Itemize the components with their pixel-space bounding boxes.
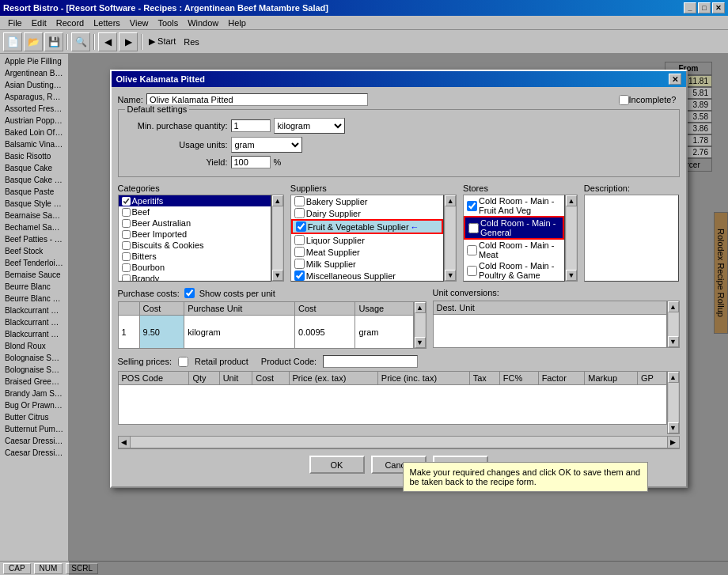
left-panel-item-9[interactable]: Basque Cake bbox=[2, 162, 66, 174]
supplier-item-5[interactable]: Milk Supplier bbox=[291, 258, 443, 270]
pur-scroll-up[interactable]: ▲ bbox=[415, 302, 426, 313]
purchase-cost-value[interactable]: 9.50 bbox=[139, 316, 184, 349]
incomplete-checkbox[interactable] bbox=[619, 95, 629, 105]
store-scroll-down[interactable]: ▼ bbox=[566, 270, 577, 281]
left-panel-item-32[interactable]: Caesar Dressing bbox=[2, 435, 66, 447]
store-item-0[interactable]: Cold Room - Main - Fruit And Veg bbox=[464, 195, 564, 216]
left-panel-item-5[interactable]: Austrian Poppyse bbox=[2, 115, 66, 127]
category-item-0[interactable]: Aperitifs bbox=[119, 195, 271, 206]
cat-scroll-up[interactable]: ▲ bbox=[272, 195, 283, 206]
left-panel-item-28[interactable]: Brandy Jam Sauce bbox=[2, 388, 66, 399]
store-item-3[interactable]: Cold Room - Main - Poultry & Game bbox=[464, 260, 564, 281]
purchase-unit-select[interactable]: kilogram bbox=[274, 118, 345, 134]
usage-units-select[interactable]: gram bbox=[231, 137, 302, 153]
categories-listbox[interactable]: AperitifsBeefBeer AustralianBeer Importe… bbox=[118, 195, 271, 282]
supplier-item-4[interactable]: Meat Supplier bbox=[291, 246, 443, 258]
categories-scrollbar[interactable]: ▲ ▼ bbox=[271, 195, 284, 282]
left-panel-item-8[interactable]: Basic Risotto bbox=[2, 150, 66, 162]
left-panel-item-13[interactable]: Bearnaise Sauce bbox=[2, 210, 66, 221]
toolbar-start[interactable]: ▶ Start bbox=[149, 36, 176, 47]
category-item-4[interactable]: Biscuits & Cookies bbox=[119, 240, 271, 251]
left-panel-item-3[interactable]: Asparagus, Roast bbox=[2, 91, 66, 103]
toolbar-res[interactable]: Res bbox=[184, 37, 199, 47]
toolbar-forward[interactable]: ▶ bbox=[119, 32, 138, 51]
stores-scrollbar[interactable]: ▲ ▼ bbox=[565, 195, 578, 282]
sell-hscroll-left[interactable]: ◀ bbox=[118, 436, 131, 448]
conv-scroll-down[interactable]: ▼ bbox=[668, 336, 679, 347]
left-panel-item-14[interactable]: Bechamel Sauce bbox=[2, 221, 66, 233]
left-panel-item-18[interactable]: Bernaise Sauce bbox=[2, 269, 66, 281]
purchase-scrollbar[interactable]: ▲ ▼ bbox=[414, 301, 427, 349]
toolbar-search[interactable]: 🔍 bbox=[71, 32, 90, 51]
category-item-2[interactable]: Beer Australian bbox=[119, 218, 271, 229]
sup-scroll-up[interactable]: ▲ bbox=[445, 195, 456, 206]
left-panel-item-15[interactable]: Beef Patties - For bbox=[2, 233, 66, 245]
left-panel-item-12[interactable]: Basque Style Past bbox=[2, 198, 66, 210]
product-code-input[interactable] bbox=[323, 355, 418, 368]
left-panel-item-24[interactable]: Blond Roux bbox=[2, 340, 66, 352]
category-item-6[interactable]: Bourbon bbox=[119, 262, 271, 273]
suppliers-scrollbar[interactable]: ▲ ▼ bbox=[444, 195, 457, 282]
left-panel-item-26[interactable]: Bolognaise Sauce bbox=[2, 364, 66, 376]
retail-product-checkbox[interactable] bbox=[178, 357, 188, 367]
maximize-button[interactable]: □ bbox=[698, 2, 711, 13]
supplier-item-6[interactable]: Miscellaneous Supplier bbox=[291, 270, 443, 282]
left-panel-item-19[interactable]: Beurre Blanc bbox=[2, 281, 66, 293]
category-item-7[interactable]: Brandy bbox=[119, 273, 271, 282]
category-item-5[interactable]: Bitters bbox=[119, 251, 271, 262]
pur-scroll-down[interactable]: ▼ bbox=[415, 337, 426, 348]
conv-scroll-up[interactable]: ▲ bbox=[668, 301, 679, 312]
left-panel-item-31[interactable]: Butternut Pumpkin bbox=[2, 423, 66, 435]
menu-file[interactable]: File bbox=[3, 17, 27, 29]
left-panel-item-16[interactable]: Beef Stock bbox=[2, 245, 66, 257]
menu-record[interactable]: Record bbox=[51, 17, 89, 29]
left-panel-item-25[interactable]: Bolognaise Sauce bbox=[2, 352, 66, 364]
left-panel-item-29[interactable]: Bug Or Prawn So bbox=[2, 399, 66, 411]
supplier-item-2[interactable]: Fruit & Vegetable Supplier ← bbox=[291, 219, 443, 234]
stores-listbox[interactable]: Cold Room - Main - Fruit And VegCold Roo… bbox=[463, 195, 565, 282]
sell-scroll-up[interactable]: ▲ bbox=[668, 372, 679, 383]
left-panel-item-10[interactable]: Basque Cake Cust bbox=[2, 174, 66, 186]
ok-button[interactable]: OK bbox=[309, 456, 365, 474]
left-panel-item-2[interactable]: Asian Dusting Su bbox=[2, 79, 66, 91]
selling-scrollbar[interactable]: ▲ ▼ bbox=[667, 371, 680, 434]
minimize-button[interactable]: _ bbox=[684, 2, 696, 13]
left-panel-item-27[interactable]: Braised Green Ca bbox=[2, 376, 66, 388]
sell-hscroll-right[interactable]: ▶ bbox=[667, 436, 680, 448]
conv-scrollbar[interactable]: ▲ ▼ bbox=[667, 301, 680, 348]
toolbar-save[interactable]: 💾 bbox=[44, 32, 63, 51]
close-button[interactable]: ✕ bbox=[712, 2, 725, 13]
category-item-1[interactable]: Beef bbox=[119, 206, 271, 218]
supplier-item-0[interactable]: Bakery Supplier bbox=[291, 195, 443, 207]
sup-scroll-down[interactable]: ▼ bbox=[445, 270, 456, 281]
store-item-2[interactable]: Cold Room - Main - Meat bbox=[464, 240, 564, 260]
menu-letters[interactable]: Letters bbox=[89, 17, 125, 29]
left-panel-item-30[interactable]: Butter Citrus bbox=[2, 411, 66, 423]
menu-tools[interactable]: Tools bbox=[153, 17, 183, 29]
toolbar-back[interactable]: ◀ bbox=[98, 32, 117, 51]
sell-scroll-down[interactable]: ▼ bbox=[668, 422, 679, 433]
menu-view[interactable]: View bbox=[125, 17, 154, 29]
left-panel-item-23[interactable]: Blackcurrant Mou bbox=[2, 328, 66, 340]
toolbar-open[interactable]: 📂 bbox=[24, 32, 43, 51]
supplier-item-3[interactable]: Liquor Supplier bbox=[291, 234, 443, 246]
left-panel-item-4[interactable]: Assorted Fresh He bbox=[2, 103, 66, 115]
description-textarea[interactable] bbox=[584, 195, 680, 282]
menu-help[interactable]: Help bbox=[223, 17, 251, 29]
min-purchase-input[interactable] bbox=[231, 119, 271, 132]
category-item-3[interactable]: Beer Imported bbox=[119, 229, 271, 240]
left-panel-item-33[interactable]: Caesar Dressing 2 bbox=[2, 447, 66, 459]
left-panel-item-6[interactable]: Baked Loin Of La bbox=[2, 127, 66, 138]
suppliers-listbox[interactable]: Bakery SupplierDairy SupplierFruit & Veg… bbox=[290, 195, 444, 282]
store-item-4[interactable]: Cold Room - Main - Seafood bbox=[464, 281, 564, 282]
supplier-item-1[interactable]: Dairy Supplier bbox=[291, 207, 443, 219]
toolbar-new[interactable]: 📄 bbox=[3, 32, 22, 51]
cat-scroll-down[interactable]: ▼ bbox=[272, 270, 283, 281]
dialog-close-button[interactable]: ✕ bbox=[669, 74, 681, 85]
left-panel-item-22[interactable]: Blackcurrant Glaz bbox=[2, 316, 66, 328]
left-panel-item-17[interactable]: Beef Tenderloin W bbox=[2, 257, 66, 269]
store-item-1[interactable]: Cold Room - Main - General bbox=[464, 216, 564, 240]
left-panel-item-21[interactable]: Blackcurrant Couli bbox=[2, 305, 66, 316]
store-scroll-up[interactable]: ▲ bbox=[566, 195, 577, 206]
left-panel-item-1[interactable]: Argentinean Beef bbox=[2, 67, 66, 79]
